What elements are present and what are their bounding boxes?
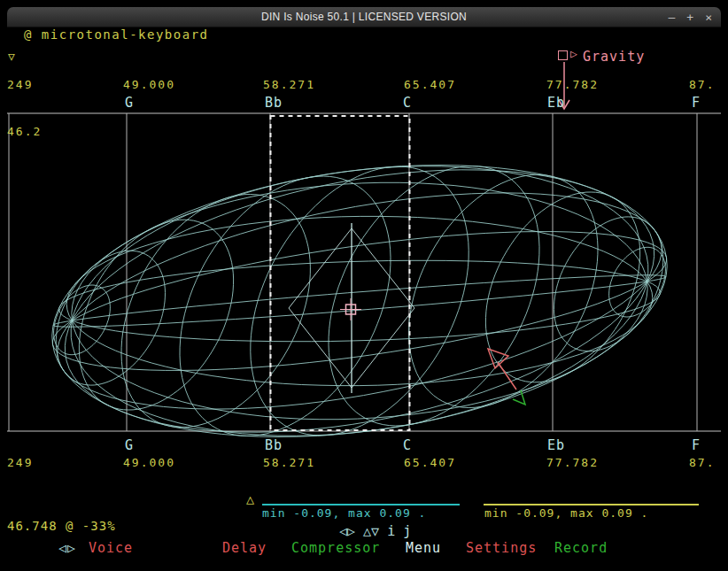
keyboard-frame: [7, 113, 721, 431]
freq-label: 49.000: [123, 457, 175, 469]
menu-item-record[interactable]: Record: [554, 541, 608, 556]
note-label: G: [125, 438, 134, 453]
pitch-lines[interactable]: [9, 113, 697, 431]
note-label: Bb: [265, 96, 283, 111]
note-label: Eb: [547, 438, 565, 453]
minimize-button[interactable]: –: [669, 11, 676, 24]
freq-label: 249: [7, 79, 33, 91]
range-handle-icon[interactable]: △: [246, 492, 254, 507]
freq-label: 65.407: [404, 457, 456, 469]
menu-item-delay[interactable]: Delay: [222, 541, 267, 556]
freq-label: 77.782: [546, 79, 599, 91]
menu-item-voice[interactable]: Voice: [89, 541, 133, 556]
freq-label: 87.: [689, 457, 715, 469]
key-hint-icons[interactable]: ◁▷ △▽ i j: [339, 524, 411, 539]
editor-name-label: @ microtonal-keyboard: [24, 28, 209, 42]
freq-label: 87.: [689, 79, 715, 91]
close-button[interactable]: ×: [705, 11, 712, 24]
note-label: F: [692, 438, 701, 453]
freq-label: 77.782: [546, 457, 599, 469]
ellipsoid-mesh: [52, 166, 667, 437]
voice-nav-icon[interactable]: ◁▷: [58, 541, 76, 556]
menu-item-menu[interactable]: Menu: [406, 541, 441, 556]
menu-item-compressor[interactable]: Compressor: [291, 541, 380, 556]
freq-label: 249: [7, 457, 33, 469]
gravity-center-marker[interactable]: [340, 298, 361, 320]
freq-label: 65.407: [404, 79, 456, 91]
window-title: DIN Is Noise 50.1 | LICENSED VERSION: [261, 11, 467, 23]
note-label: C: [403, 96, 412, 111]
freq-label: 49.000: [123, 79, 175, 91]
microtonal-keyboard-canvas[interactable]: [0, 0, 728, 571]
scroll-down-icon[interactable]: ▽: [8, 50, 15, 63]
gravity-pointer-icon[interactable]: ▷: [570, 48, 577, 60]
note-label: C: [403, 438, 412, 453]
note-label: Eb: [547, 96, 565, 111]
menu-item-settings[interactable]: Settings: [466, 541, 537, 556]
pitch-readout: 46.748 @ -33%: [7, 520, 116, 533]
freq-label: 58.271: [263, 79, 315, 91]
range-selection-rect[interactable]: [271, 116, 410, 430]
titlebar[interactable]: DIN Is Noise 50.1 | LICENSED VERSION – +…: [7, 7, 721, 27]
minmax-right-label: min -0.09, max 0.09 .: [484, 507, 648, 520]
note-label: Bb: [265, 438, 283, 453]
ball-axis: [289, 223, 414, 393]
maximize-button[interactable]: +: [686, 11, 693, 24]
range-left-clipped-label: 46.2: [7, 126, 42, 138]
gravity-label[interactable]: Gravity: [583, 50, 645, 65]
note-label: F: [692, 96, 701, 111]
gravity-square-icon[interactable]: [558, 50, 568, 60]
note-label: G: [125, 96, 134, 111]
minmax-left-label: min -0.09, max 0.09 .: [262, 507, 426, 520]
freq-label: 58.271: [263, 457, 315, 469]
window-controls: – + ×: [669, 7, 712, 27]
